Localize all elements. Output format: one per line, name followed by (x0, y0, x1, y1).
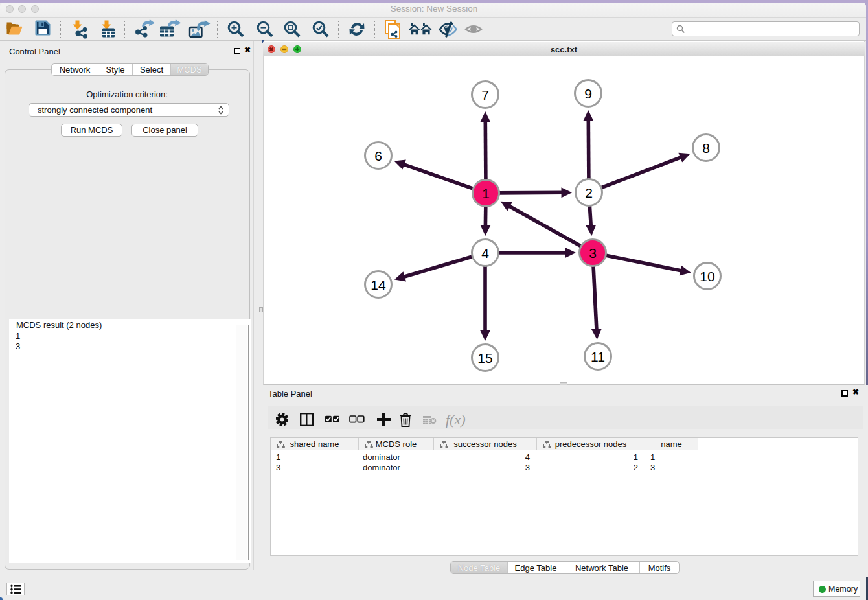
svg-text:11: 11 (591, 349, 605, 364)
svg-text:2: 2 (585, 185, 593, 200)
svg-text:9: 9 (584, 86, 592, 101)
svg-text:10: 10 (700, 269, 714, 284)
svg-text:1: 1 (482, 186, 490, 201)
svg-text:3: 3 (589, 246, 597, 260)
svg-text:7: 7 (481, 87, 489, 102)
svg-text:14: 14 (371, 277, 386, 292)
svg-text:4: 4 (481, 246, 489, 260)
svg-text:15: 15 (477, 351, 492, 365)
svg-text:8: 8 (702, 141, 710, 156)
svg-text:6: 6 (374, 148, 382, 163)
